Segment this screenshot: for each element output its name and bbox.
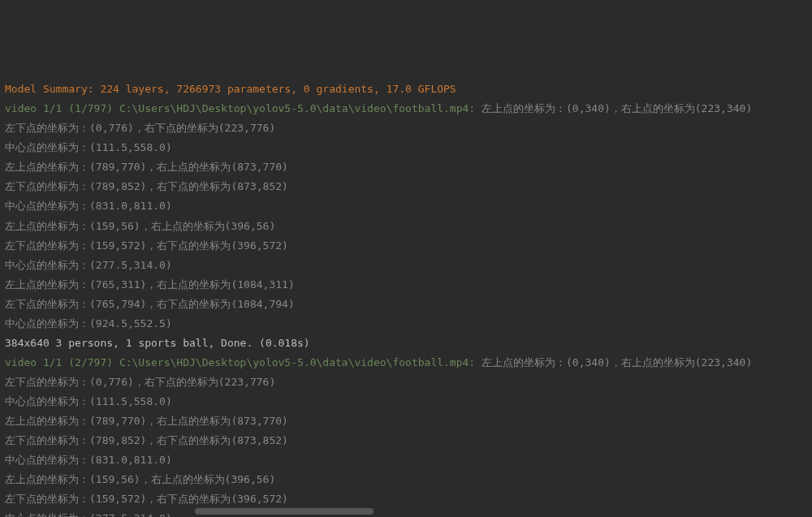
coord-line: 左下点的坐标为：(159,572)，右下点的坐标为(396,572) [5, 489, 807, 509]
horizontal-scrollbar[interactable] [195, 508, 374, 515]
coord-line: 左下点的坐标为：(765,794)，右下点的坐标为(1084,794) [5, 295, 807, 314]
video-path-text: video 1/1 (2/797) C:\Users\HDJ\Desktop\y… [5, 356, 482, 368]
coord-line: 左下点的坐标为：(789,852)，右下点的坐标为(873,852) [5, 431, 807, 450]
detection-result-line: 384x640 3 persons, 1 sports ball, Done. … [5, 334, 807, 353]
coord-line: 中心点的坐标为：(111.5,558.0) [5, 392, 807, 411]
coord-line: 中心点的坐标为：(277.5,314.0) [5, 509, 807, 517]
coord-line: 左下点的坐标为：(789,852)，右下点的坐标为(873,852) [5, 177, 807, 196]
coord-text: 左上点的坐标为：(0,340)，右上点的坐标为(223,340) [482, 102, 752, 114]
coord-line: 左下点的坐标为：(0,776)，右下点的坐标为(223,776) [5, 373, 807, 392]
coord-line: 左上点的坐标为：(159,56)，右上点的坐标为(396,56) [5, 470, 807, 489]
terminal-output[interactable]: Model Summary: 224 layers, 7266973 param… [5, 80, 807, 517]
coord-text: 左上点的坐标为：(0,340)，右上点的坐标为(223,340) [482, 356, 752, 368]
coord-line: 左上点的坐标为：(789,770)，右上点的坐标为(873,770) [5, 157, 807, 177]
coord-line: 左下点的坐标为：(159,572)，右下点的坐标为(396,572) [5, 236, 807, 256]
video-path-text: video 1/1 (1/797) C:\Users\HDJ\Desktop\y… [5, 102, 482, 114]
coord-line: 中心点的坐标为：(831.0,811.0) [5, 196, 807, 216]
video-header-line: video 1/1 (2/797) C:\Users\HDJ\Desktop\y… [5, 353, 807, 373]
coord-line: 左上点的坐标为：(789,770)，右上点的坐标为(873,770) [5, 411, 807, 431]
coord-line: 中心点的坐标为：(924.5,552.5) [5, 314, 807, 334]
coord-line: 中心点的坐标为：(831.0,811.0) [5, 450, 807, 470]
coord-line: 左上点的坐标为：(159,56)，右上点的坐标为(396,56) [5, 217, 807, 236]
coord-line: 左下点的坐标为：(0,776)，右下点的坐标为(223,776) [5, 118, 807, 138]
coord-line: 中心点的坐标为：(111.5,558.0) [5, 138, 807, 157]
video-header-line: video 1/1 (1/797) C:\Users\HDJ\Desktop\y… [5, 99, 807, 118]
model-summary-line: Model Summary: 224 layers, 7266973 param… [5, 80, 807, 99]
coord-line: 左上点的坐标为：(765,311)，右上点的坐标为(1084,311) [5, 275, 807, 295]
coord-line: 中心点的坐标为：(277.5,314.0) [5, 256, 807, 275]
